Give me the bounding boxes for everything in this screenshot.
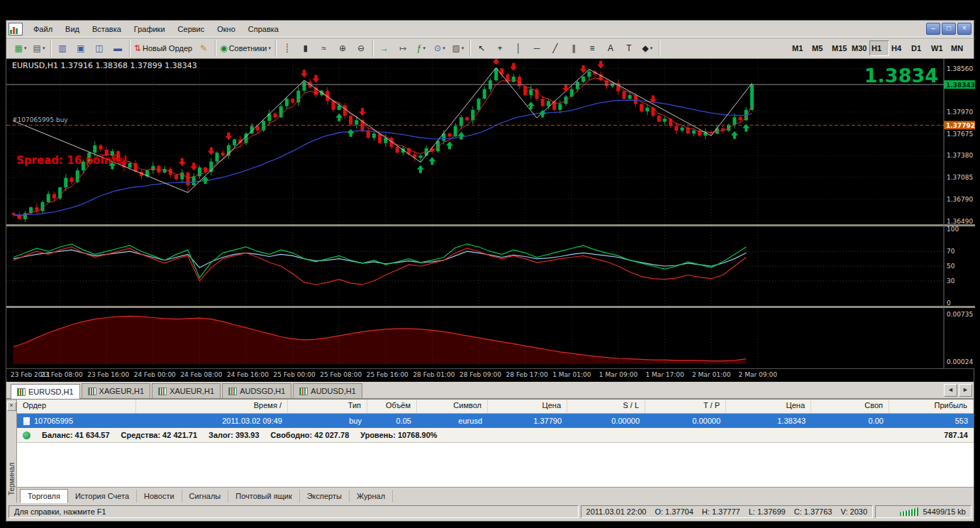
chart-tab-xageur-h1[interactable]: XAGEUR,H1	[82, 383, 151, 398]
window-close-button[interactable]: ×	[957, 23, 971, 35]
tf-m5[interactable]: M5	[810, 40, 830, 56]
tf-m30[interactable]: M30	[850, 40, 869, 56]
chart-tab-label: AUDUSD,H1	[311, 387, 356, 395]
terminal-side-label[interactable]: Терминал	[8, 463, 16, 495]
chart-tab-audsgd-h1[interactable]: AUDSGD,H1	[222, 383, 291, 398]
arrow-tool[interactable]: ◆▾	[638, 40, 657, 56]
horizontal-line-tool[interactable]: ─	[528, 40, 546, 56]
terminal-tab-experts[interactable]: Эксперты	[300, 490, 350, 502]
order-cell-4: eurusd	[417, 414, 488, 428]
data-window-toggle[interactable]: ▣	[72, 40, 90, 56]
tf-m15[interactable]: M15	[830, 40, 850, 56]
zoom-out-button[interactable]: ⊖	[352, 40, 370, 56]
expert-advisors-button[interactable]: ◉Советники▾	[218, 40, 273, 56]
menu-charts[interactable]: Графики	[128, 23, 172, 35]
terminal-tab-journal[interactable]: Журнал	[350, 490, 393, 502]
vertical-line-tool[interactable]: │	[509, 40, 528, 56]
column-header-7[interactable]: T / P	[645, 400, 726, 413]
time-axis-label: 24 Feb 00:00	[134, 371, 176, 378]
tf-h1[interactable]: H1	[869, 40, 889, 56]
new-chart-button[interactable]: ▦▾	[11, 40, 30, 56]
column-header-3[interactable]: Объём	[367, 400, 417, 413]
market-watch-toggle[interactable]: ▥	[53, 40, 72, 56]
scroll-left-button[interactable]: ◄	[944, 384, 957, 397]
scroll-right-button[interactable]: ►	[959, 384, 972, 397]
chart-tab-eurusd-h1[interactable]: EURUSD,H1	[11, 384, 80, 399]
mini-chart-icon	[158, 387, 167, 395]
mini-chart-icon	[88, 387, 96, 395]
menu-help[interactable]: Справка	[242, 23, 285, 35]
svg-text:EURUSD,H1 1.37916 1.38368 1.37: EURUSD,H1 1.37916 1.38368 1.37899 1.3834…	[12, 61, 197, 70]
bar-chart-button[interactable]: ┊	[278, 40, 296, 56]
candlestick-chart-button[interactable]: ▮	[296, 40, 315, 56]
balance-part-3: Свободно: 42 027.78	[271, 431, 350, 439]
menu-service[interactable]: Сервис	[172, 23, 211, 35]
column-header-8[interactable]: Цена	[726, 400, 811, 413]
order-cell-10: 553	[889, 414, 974, 428]
cursor-tool[interactable]: ↖	[472, 40, 491, 56]
terminal-tab-trade[interactable]: Торговля	[20, 489, 68, 503]
navigator-toggle[interactable]: ◫	[90, 40, 108, 56]
svg-text:1.36790: 1.36790	[947, 196, 973, 203]
terminal-toggle[interactable]: ▬	[108, 40, 127, 56]
zoom-in-button-icon: ⊕	[339, 43, 346, 53]
terminal-tab-signals[interactable]: Сигналы	[182, 490, 229, 502]
text-label-tool[interactable]: T	[620, 40, 638, 56]
menu-insert[interactable]: Вставка	[86, 23, 128, 35]
terminal-tab-news[interactable]: Новости	[137, 490, 182, 502]
fibonacci-tool[interactable]: ≡	[583, 40, 601, 56]
profiles-button[interactable]: ▤▾	[30, 40, 48, 56]
order-row[interactable]: 1070659952011.03.02 09:49buy0.05eurusd1.…	[17, 414, 974, 428]
column-header-10[interactable]: Прибыль	[889, 400, 974, 413]
chart-tab-audusd-h1[interactable]: AUDUSD,H1	[293, 383, 362, 398]
tf-w1[interactable]: W1	[929, 40, 949, 56]
column-header-1[interactable]: Время /	[136, 400, 288, 413]
terminal-tab-account-history[interactable]: История Счета	[68, 490, 137, 502]
window-restore-button[interactable]: □	[942, 23, 956, 35]
terminal-close-button[interactable]: ×	[7, 402, 16, 411]
trendline-tool[interactable]: ╱	[546, 40, 564, 56]
line-chart-button[interactable]: ≈	[315, 40, 333, 56]
crosshair-tool[interactable]: +	[491, 40, 509, 56]
channel-tool[interactable]: ∥	[564, 40, 583, 56]
menu-view[interactable]: Вид	[59, 23, 86, 35]
tf-mn[interactable]: MN	[949, 40, 969, 56]
cursor-tool-icon: ↖	[478, 43, 485, 53]
column-header-9[interactable]: Своп	[811, 400, 889, 413]
svg-text:30: 30	[947, 277, 955, 285]
column-header-0[interactable]: Ордер	[17, 400, 136, 413]
indicators-menu[interactable]: ƒ▾	[412, 40, 430, 56]
order-cell-6: 0.00000	[567, 414, 645, 428]
svg-text:1.38343: 1.38343	[946, 82, 975, 89]
column-header-5[interactable]: Цена	[488, 400, 567, 413]
svg-text:0.00024: 0.00024	[947, 358, 973, 365]
chart-tab-xaueur-h1[interactable]: XAUEUR,H1	[152, 383, 221, 398]
column-header-2[interactable]: Тип	[288, 400, 367, 413]
column-header-6[interactable]: S / L	[567, 400, 645, 413]
menu-file[interactable]: Файл	[27, 23, 59, 35]
zoom-in-button[interactable]: ⊕	[333, 40, 352, 56]
menu-window[interactable]: Окно	[211, 23, 242, 35]
tf-d1[interactable]: D1	[909, 40, 929, 56]
terminal-tab-mailbox[interactable]: Почтовый ящик	[228, 490, 299, 502]
templates-menu[interactable]: ▧▾	[449, 40, 467, 56]
text-tool[interactable]: A	[601, 40, 620, 56]
navigator-toggle-icon: ◫	[95, 43, 103, 53]
bar-close: C: 1.37763	[794, 507, 833, 516]
window-minimize-button[interactable]: –	[926, 23, 940, 35]
price-chart-canvas[interactable]: 1.385601.379701.376751.373801.370851.367…	[6, 59, 975, 368]
chart-shift-toggle[interactable]: ↦	[394, 40, 412, 56]
column-header-4[interactable]: Символ	[417, 400, 488, 413]
periods-menu[interactable]: ⊙▾	[430, 40, 449, 56]
tf-h4[interactable]: H4	[889, 40, 909, 56]
auto-scroll-toggle[interactable]: →	[375, 40, 394, 56]
svg-text:100: 100	[947, 226, 959, 233]
metaeditor-button[interactable]: ✎	[194, 40, 213, 56]
time-axis-label: 2 Mar 01:00	[692, 371, 730, 378]
time-axis-label: 1 Mar 09:00	[599, 371, 637, 378]
new-order-button[interactable]: ⇅Новый Ордер	[132, 40, 194, 56]
tf-m1[interactable]: M1	[790, 40, 810, 56]
svg-text:1.37792: 1.37792	[946, 122, 975, 129]
dropdown-arrow-icon: ▾	[650, 45, 653, 51]
terminal-side-strip: × Терминал	[6, 400, 17, 502]
